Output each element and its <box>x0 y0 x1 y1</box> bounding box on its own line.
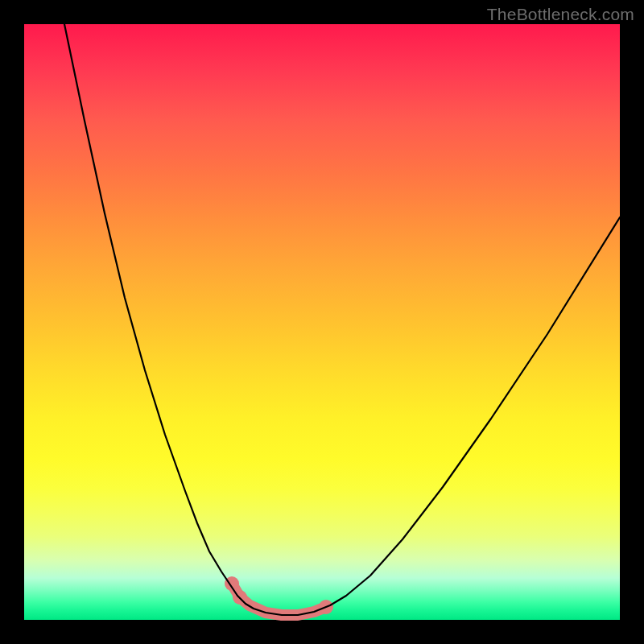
chart-frame: TheBottleneck.com <box>0 0 644 644</box>
watermark-text: TheBottleneck.com <box>487 5 634 24</box>
chart-plot-area <box>24 24 620 620</box>
chart-svg <box>24 24 620 620</box>
bottleneck-curve <box>64 24 620 615</box>
